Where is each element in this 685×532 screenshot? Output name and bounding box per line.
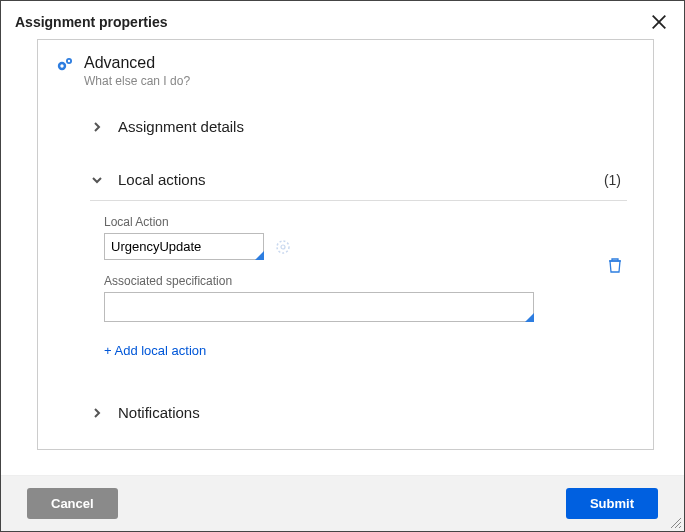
chevron-right-icon <box>90 408 104 418</box>
panel-header: Advanced What else can I do? <box>56 54 635 88</box>
dialog-title: Assignment properties <box>15 14 167 30</box>
section-label: Notifications <box>118 404 627 421</box>
svg-point-6 <box>277 241 289 253</box>
associated-spec-input[interactable] <box>104 292 534 322</box>
local-action-input[interactable] <box>104 233 264 260</box>
trash-icon[interactable] <box>607 256 623 274</box>
section-assignment-details[interactable]: Assignment details <box>90 112 627 141</box>
dialog-header: Assignment properties <box>1 1 684 39</box>
gear-icon[interactable] <box>274 238 292 256</box>
dialog-body[interactable]: Advanced What else can I do? Assignment … <box>1 39 684 475</box>
svg-point-3 <box>60 64 63 67</box>
local-actions-content: Local Action Associated specification <box>90 215 627 358</box>
close-icon[interactable] <box>648 11 670 33</box>
section-local-actions[interactable]: Local actions (1) <box>90 165 627 194</box>
dialog: Assignment properties Advanced What el <box>0 0 685 532</box>
submit-button[interactable]: Submit <box>566 488 658 519</box>
section-label: Assignment details <box>118 118 627 135</box>
panel-title: Advanced <box>84 54 190 72</box>
cancel-button[interactable]: Cancel <box>27 488 118 519</box>
section-label: Local actions <box>118 171 604 188</box>
panel-subtitle: What else can I do? <box>84 74 190 88</box>
chevron-down-icon <box>90 175 104 185</box>
gears-icon <box>56 56 74 75</box>
section-notifications[interactable]: Notifications <box>90 398 627 427</box>
divider <box>90 200 627 201</box>
chevron-right-icon <box>90 122 104 132</box>
advanced-panel: Advanced What else can I do? Assignment … <box>37 39 654 450</box>
local-action-label: Local Action <box>104 215 623 229</box>
svg-point-5 <box>68 60 70 62</box>
section-count: (1) <box>604 172 621 188</box>
associated-spec-label: Associated specification <box>104 274 232 288</box>
dialog-footer: Cancel Submit <box>1 475 684 531</box>
svg-point-7 <box>281 245 285 249</box>
add-local-action-link[interactable]: + Add local action <box>104 343 206 358</box>
